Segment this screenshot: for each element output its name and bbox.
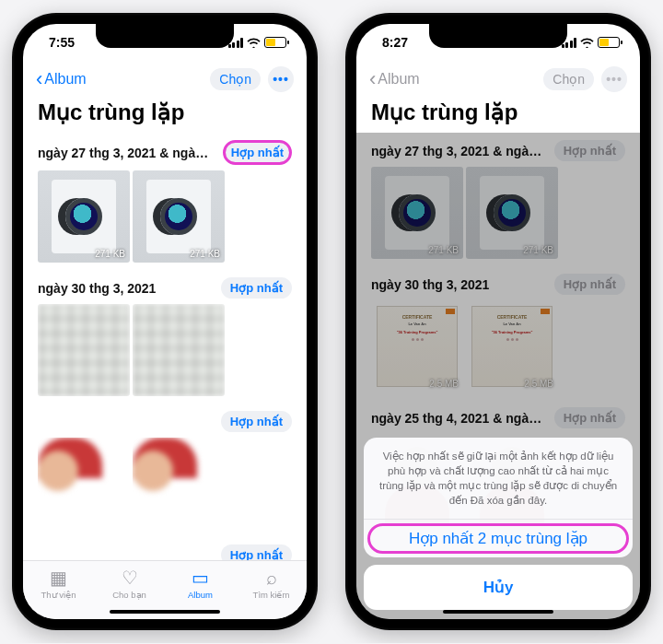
phone-left: 7:55 ‹ Album Chọn ••• Mục trùng lặp ngày… [12,13,318,630]
page-title: Mục trùng lặp [23,98,307,133]
group-date [38,415,214,429]
clock: 7:55 [49,35,75,50]
content-scroll: ngày 27 thg 3, 2021 & ngày 12 thg... Hợp… [356,133,640,619]
nav-bar: ‹ Album Chọn ••• [356,61,640,98]
photo-thumb[interactable] [133,304,225,396]
merge-button[interactable]: Hợp nhất [223,140,292,165]
battery-icon [264,37,286,48]
back-button[interactable]: ‹ Album [36,69,87,89]
battery-icon [598,37,620,48]
home-indicator[interactable] [110,610,220,614]
heart-icon: ♡ [122,567,138,589]
chevron-left-icon: ‹ [36,69,42,89]
action-sheet: Việc hợp nhất sẽ giữ lại một ảnh kết hợp… [364,438,633,610]
tab-foryou[interactable]: ♡Cho bạn [98,567,162,600]
nav-bar: ‹ Album Chọn ••• [23,61,307,98]
photo-thumb[interactable] [133,438,225,530]
notch [96,24,234,48]
tab-library[interactable]: ▦Thư viện [27,567,91,600]
photo-thumb[interactable]: 271 KB [38,170,130,263]
merge-confirm-button[interactable]: Hợp nhất 2 mục trùng lặp [367,523,629,554]
wifi-icon [247,38,261,48]
back-button: ‹ Album [369,69,420,89]
page-title: Mục trùng lặp [356,98,640,133]
home-indicator[interactable] [443,610,553,614]
tab-search[interactable]: ⌕Tìm kiếm [239,567,304,600]
group-date: ngày 30 thg 3, 2021 [38,281,214,296]
chevron-left-icon: ‹ [369,69,376,89]
cancel-button[interactable]: Hủy [364,565,633,610]
select-button[interactable]: Chọn [210,68,261,90]
photo-thumb[interactable]: 271 KB [133,170,225,263]
merge-button[interactable]: Hợp nhất [221,544,292,560]
merge-button[interactable]: Hợp nhất [221,411,292,432]
more-button[interactable]: ••• [268,66,294,92]
wifi-icon [580,38,594,48]
content-scroll[interactable]: ngày 27 thg 3, 2021 & ngày 12 thg... Hợp… [23,133,307,560]
sheet-message: Việc hợp nhất sẽ giữ lại một ảnh kết hợp… [364,438,633,520]
photo-thumb[interactable] [38,438,130,530]
merge-button[interactable]: Hợp nhất [221,277,292,299]
more-button: ••• [601,66,627,92]
back-label: Album [44,71,86,88]
back-label: Album [378,71,419,88]
library-icon: ▦ [50,567,67,589]
tab-albums[interactable]: ▭Album [169,567,233,600]
group-date: ngày 27 thg 3, 2021 & ngày 12 thg... [38,146,215,160]
search-icon: ⌕ [266,567,277,589]
notch [429,24,567,48]
group-date [38,548,214,561]
select-button: Chọn [543,68,594,90]
clock: 8:27 [382,35,408,50]
photo-thumb[interactable] [38,304,130,396]
phone-right: 8:27 ‹ Album Chọn ••• Mục trùng lặp ngày… [345,13,651,630]
albums-icon: ▭ [192,567,209,589]
